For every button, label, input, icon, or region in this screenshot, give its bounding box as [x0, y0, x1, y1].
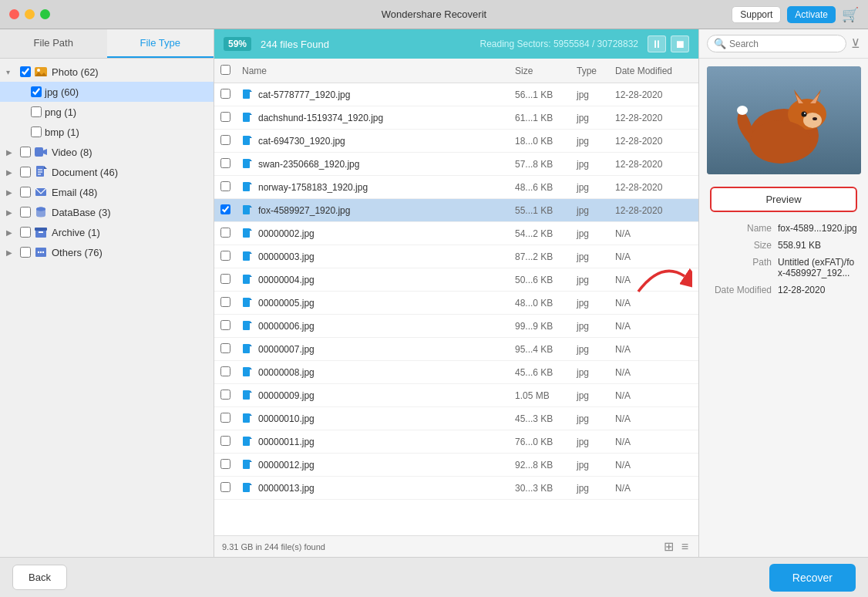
- svg-marker-27: [250, 159, 252, 161]
- table-row[interactable]: 00000006.jpg 99...9 KB jpg N/A: [214, 315, 698, 338]
- select-all-checkbox[interactable]: [220, 65, 230, 75]
- window-controls: [9, 9, 50, 19]
- svg-point-68: [749, 120, 811, 164]
- col-header-date: Date Modified: [615, 66, 692, 76]
- file-checkbox[interactable]: [220, 204, 230, 214]
- document-icon: [34, 165, 48, 179]
- file-checkbox[interactable]: [220, 459, 230, 469]
- file-type-icon: [242, 413, 254, 425]
- sidebar-item-others[interactable]: ▶ Others (76): [0, 242, 214, 262]
- activate-button[interactable]: Activate: [787, 6, 836, 23]
- table-row[interactable]: fox-4589927_1920.jpg 55...1 KB jpg 12-28…: [214, 199, 698, 222]
- archive-label: Archive (1): [52, 227, 100, 238]
- search-box: 🔍: [707, 35, 846, 52]
- stop-button[interactable]: ⏹: [671, 35, 689, 52]
- table-row[interactable]: 00000008.jpg 45...6 KB jpg N/A: [214, 361, 698, 384]
- sidebar-item-email[interactable]: ▶ Email (48): [0, 182, 214, 202]
- file-type-icon: [242, 251, 254, 263]
- support-button[interactable]: Support: [732, 6, 781, 23]
- svg-marker-53: [250, 460, 252, 462]
- file-checkbox[interactable]: [220, 135, 230, 145]
- toggle-email: ▶: [6, 188, 17, 197]
- minimize-button[interactable]: [25, 9, 35, 19]
- table-row[interactable]: 00000004.jpg 50...6 KB jpg N/A: [214, 268, 698, 292]
- file-type: jpg: [577, 182, 615, 193]
- file-checkbox[interactable]: [220, 251, 230, 261]
- file-checkbox[interactable]: [220, 158, 230, 168]
- table-row[interactable]: 00000009.jpg 1.05 MB jpg N/A: [214, 384, 698, 407]
- search-input[interactable]: [729, 39, 839, 49]
- tab-filepath[interactable]: File Path: [0, 29, 107, 58]
- file-type: jpg: [577, 136, 615, 147]
- check-archive[interactable]: [20, 227, 31, 238]
- pause-button[interactable]: ⏸: [648, 35, 666, 52]
- file-checkbox[interactable]: [220, 482, 230, 492]
- file-type: jpg: [577, 113, 615, 123]
- table-row[interactable]: 00000010.jpg 45...3 KB jpg N/A: [214, 407, 698, 430]
- file-type-icon: [242, 158, 254, 170]
- file-checkbox[interactable]: [220, 390, 230, 400]
- check-png[interactable]: [31, 106, 42, 117]
- check-database[interactable]: [20, 207, 31, 218]
- file-date: N/A: [615, 275, 692, 285]
- table-row[interactable]: dachshund-1519374_1920.jpg 61...1 KB jpg…: [214, 106, 698, 130]
- file-checkbox[interactable]: [220, 181, 230, 191]
- check-photo[interactable]: [20, 66, 31, 77]
- sidebar-item-png[interactable]: png (1): [0, 102, 214, 122]
- svg-point-67: [812, 117, 817, 120]
- sidebar-item-database[interactable]: ▶ DataBase (3): [0, 202, 214, 222]
- file-type-icon: [242, 366, 254, 379]
- right-panel: 🔍 ⊻: [698, 29, 868, 557]
- table-row[interactable]: swan-2350668_1920.jpg 57...8 KB jpg 12-2…: [214, 153, 698, 176]
- toggle-photo: ▾: [6, 68, 17, 76]
- table-row[interactable]: norway-1758183_1920.jpg 48...6 KB jpg 12…: [214, 176, 698, 199]
- maximize-button[interactable]: [40, 9, 50, 19]
- check-bmp[interactable]: [31, 126, 42, 137]
- svg-marker-31: [250, 205, 252, 207]
- sidebar-item-jpg[interactable]: jpg (60): [0, 82, 214, 102]
- file-checkbox[interactable]: [220, 413, 230, 423]
- file-checkbox[interactable]: [220, 112, 230, 122]
- check-jpg[interactable]: [31, 86, 42, 97]
- jpg-label: jpg (60): [45, 86, 79, 98]
- check-document[interactable]: [20, 167, 31, 177]
- file-type-icon: [242, 89, 254, 101]
- table-row[interactable]: 00000013.jpg 30...3 KB jpg N/A: [214, 477, 698, 500]
- table-row[interactable]: 00000005.jpg 48...0 KB jpg N/A: [214, 292, 698, 315]
- svg-rect-32: [243, 228, 250, 238]
- sidebar-item-video[interactable]: ▶ Video (8): [0, 142, 214, 162]
- file-checkbox[interactable]: [220, 89, 230, 99]
- filter-icon[interactable]: ⊻: [851, 36, 860, 51]
- sidebar-item-archive[interactable]: ▶ Archive (1): [0, 222, 214, 242]
- preview-button[interactable]: Preview: [710, 187, 857, 212]
- sidebar-item-document[interactable]: ▶ Document (46): [0, 162, 214, 182]
- info-path-row: Path Untitled (exFAT)/fox-4589927_192...: [710, 257, 857, 278]
- file-checkbox[interactable]: [220, 436, 230, 446]
- cart-icon[interactable]: 🛒: [842, 6, 859, 23]
- close-button[interactable]: [9, 9, 19, 19]
- check-video[interactable]: [20, 147, 31, 157]
- tab-filetype[interactable]: File Type: [107, 29, 214, 58]
- table-row[interactable]: 00000011.jpg 76...0 KB jpg N/A: [214, 430, 698, 454]
- file-checkbox[interactable]: [220, 320, 230, 330]
- grid-view-button[interactable]: ⊞: [661, 538, 676, 555]
- table-row[interactable]: 00000002.jpg 54...2 KB jpg N/A: [214, 222, 698, 245]
- check-others[interactable]: [20, 247, 31, 258]
- file-checkbox[interactable]: [220, 366, 230, 376]
- table-row[interactable]: cat-694730_1920.jpg 18...0 KB jpg 12-28-…: [214, 130, 698, 153]
- file-checkbox[interactable]: [220, 297, 230, 307]
- file-name: swan-2350668_1920.jpg: [258, 159, 515, 170]
- check-email[interactable]: [20, 187, 31, 197]
- file-checkbox[interactable]: [220, 228, 230, 238]
- table-row[interactable]: 00000007.jpg 95...4 KB jpg N/A: [214, 338, 698, 361]
- table-row[interactable]: cat-5778777_1920.jpg 56...1 KB jpg 12-28…: [214, 83, 698, 106]
- list-view-button[interactable]: ≡: [679, 538, 691, 555]
- back-button[interactable]: Back: [12, 565, 67, 590]
- file-checkbox[interactable]: [220, 274, 230, 284]
- table-row[interactable]: 00000012.jpg 92...8 KB jpg N/A: [214, 454, 698, 477]
- recover-button[interactable]: Recover: [769, 564, 856, 592]
- sidebar-item-photo[interactable]: ▾ Photo (62): [0, 62, 214, 82]
- file-checkbox[interactable]: [220, 343, 230, 353]
- table-row[interactable]: 00000003.jpg 87...2 KB jpg N/A: [214, 245, 698, 268]
- sidebar-item-bmp[interactable]: bmp (1): [0, 122, 214, 142]
